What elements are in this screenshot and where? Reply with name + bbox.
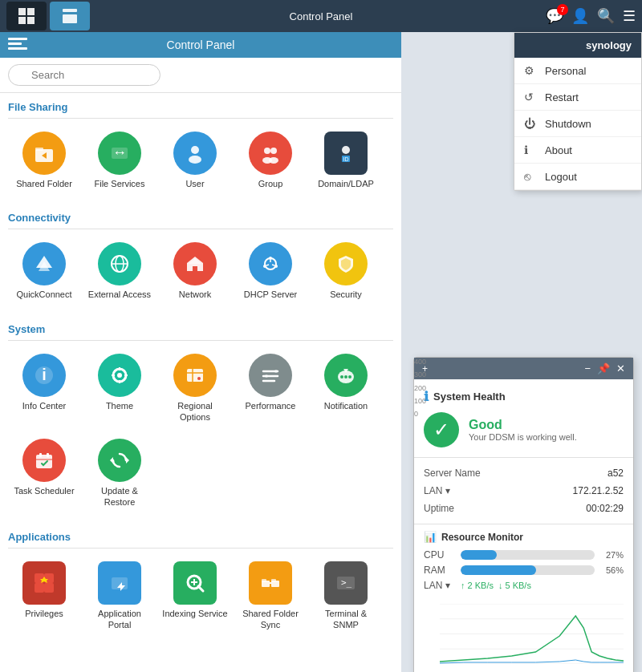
icon-shared-folder-sync[interactable]: Shared Folder Sync (234, 555, 307, 638)
cp-content: File Sharing Shared Folder ↔ File Servic… (0, 93, 401, 672)
search-wrapper (8, 64, 160, 86)
icon-application-portal[interactable]: Application Portal (83, 555, 156, 638)
file-services-label: File Services (95, 178, 145, 189)
svg-rect-56 (36, 455, 52, 468)
user-icon[interactable]: 👤 (571, 7, 589, 25)
panel-minimize-btn[interactable]: − (584, 362, 591, 374)
dhcp-server-icon (249, 242, 292, 285)
cpu-row: CPU 27% (424, 549, 624, 561)
icon-external-access[interactable]: External Access (83, 236, 156, 306)
icon-group[interactable]: Group (234, 125, 307, 196)
resource-chart (440, 604, 624, 664)
icon-performance[interactable]: Performance (234, 347, 307, 430)
section-file-sharing: File Sharing (8, 93, 393, 119)
task-scheduler-icon (22, 439, 66, 482)
svg-point-53 (344, 375, 347, 379)
chart-area: 400 300 200 100 0 (414, 601, 633, 672)
taskbar-apps (6, 2, 90, 30)
dropdown-restart[interactable]: ↺ Restart (514, 84, 641, 111)
domain-ldap-label: Domain/LDAP (318, 178, 374, 189)
health-good-text: Good (469, 418, 577, 432)
privileges-icon (22, 561, 66, 605)
update-restore-icon (98, 439, 141, 482)
icon-security[interactable]: Security (310, 236, 382, 306)
svg-line-33 (266, 265, 269, 265)
dropdown-about[interactable]: ℹ About (514, 137, 641, 164)
panel-close-btn[interactable]: ✕ (616, 362, 625, 374)
security-icon (324, 242, 368, 285)
performance-label: Performance (246, 400, 296, 411)
svg-point-37 (117, 373, 122, 378)
indexing-service-label: Indexing Service (162, 608, 227, 619)
resource-section: 📊 Resource Monitor CPU 27% RAM 56% LAN ▾… (414, 524, 633, 601)
icon-file-services[interactable]: ↔ File Services (83, 125, 156, 196)
icon-network[interactable]: Network (159, 236, 231, 306)
icon-shared-folder[interactable]: Shared Folder (8, 125, 80, 196)
svg-rect-74 (271, 579, 276, 582)
svg-marker-61 (110, 457, 113, 464)
theme-label: Theme (106, 400, 133, 411)
regional-options-icon (173, 354, 217, 397)
personal-label: Personal (545, 65, 586, 77)
dropdown-shutdown[interactable]: ⏻ Shutdown (514, 111, 641, 137)
svg-rect-5 (63, 14, 77, 23)
network-label: Network (179, 289, 211, 300)
group-icon (249, 132, 292, 175)
icon-update-restore[interactable]: Update & Restore (83, 432, 156, 515)
search-bar (0, 58, 401, 93)
ram-pct: 56% (599, 565, 624, 575)
icon-dhcp-server[interactable]: DHCP Server (234, 236, 307, 306)
system-health-section: ℹ System Health ✓ Good Your DDSM is work… (414, 379, 633, 458)
chart-y-labels: 400 300 200 100 0 (414, 358, 426, 418)
panel-app-button[interactable] (50, 2, 90, 30)
svg-point-16 (342, 146, 350, 154)
lan-row: LAN ▾ 172.21.2.52 (424, 482, 624, 500)
lan-down-speed: ↓ 5 KB/s (498, 581, 531, 590)
terminal-snmp-label: Terminal & SNMP (313, 608, 379, 631)
shutdown-label: Shutdown (545, 118, 591, 130)
svg-point-15 (269, 157, 278, 164)
dropdown-personal[interactable]: ⚙ Personal (514, 58, 641, 84)
icon-theme[interactable]: Theme (83, 347, 156, 430)
menu-icon[interactable]: ☰ (623, 7, 636, 25)
chat-badge: 7 (557, 4, 568, 15)
icon-regional-options[interactable]: Regional Options (159, 347, 231, 430)
svg-text:i: i (42, 366, 47, 383)
taskbar-right-icons: 💬 7 👤 🔍 ☰ (546, 7, 636, 25)
y-label-400: 400 (414, 358, 426, 366)
search-icon[interactable]: 🔍 (597, 7, 615, 25)
personal-icon: ⚙ (524, 64, 537, 77)
icon-info-center[interactable]: i Info Center (8, 347, 80, 430)
panel-pin-btn[interactable]: 📌 (597, 362, 610, 374)
icon-task-scheduler[interactable]: Task Scheduler (8, 432, 80, 515)
chat-icon[interactable]: 💬 7 (546, 7, 563, 25)
search-input[interactable] (8, 64, 160, 86)
icon-user[interactable]: User (159, 125, 231, 196)
lan-up-speed: ↑ 2 KB/s (461, 581, 494, 590)
svg-point-29 (274, 265, 278, 268)
connectivity-grid: QuickConnect External Access Network (8, 236, 393, 306)
notification-icon (324, 354, 368, 397)
icon-indexing-service[interactable]: Indexing Service (159, 555, 231, 638)
file-services-icon: ↔ (98, 132, 141, 175)
cpu-label: CPU (424, 549, 456, 561)
svg-rect-7 (35, 148, 43, 151)
group-label: Group (258, 178, 283, 189)
y-label-300: 300 (414, 370, 426, 379)
svg-point-13 (270, 148, 277, 154)
dropdown-logout[interactable]: ⎋ Logout (514, 164, 641, 190)
icon-notification[interactable]: Notification (310, 347, 382, 430)
y-label-0: 0 (414, 410, 426, 418)
grid-app-button[interactable] (6, 2, 47, 30)
svg-point-30 (263, 265, 266, 268)
icon-quickconnect[interactable]: QuickConnect (8, 236, 80, 306)
icon-terminal-snmp[interactable]: >_ Terminal & SNMP (310, 555, 382, 638)
icon-privileges[interactable]: Privileges (8, 555, 80, 638)
server-name-value: a52 (607, 468, 624, 479)
icon-domain-ldap[interactable]: ID Domain/LDAP (310, 125, 382, 196)
svg-text:↔: ↔ (112, 144, 127, 160)
server-name-row: Server Name a52 (424, 464, 624, 482)
svg-rect-4 (63, 9, 77, 12)
lan-label: LAN ▾ (424, 485, 450, 496)
logout-icon: ⎋ (524, 170, 537, 183)
